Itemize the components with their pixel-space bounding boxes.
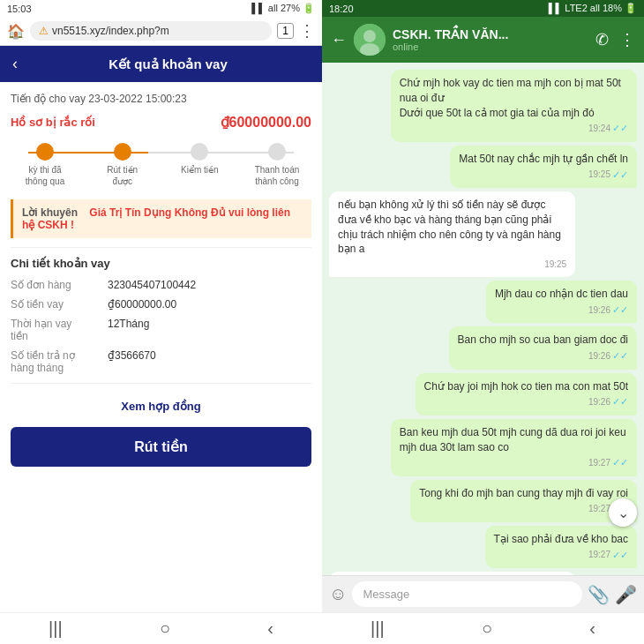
detail-value-4: ₫3566670 <box>108 349 156 374</box>
msg-3: nếu bạn không xử lý thì số tiền này sẽ đ… <box>329 191 575 277</box>
chat-menu-icon[interactable]: ⋮ <box>619 30 635 49</box>
msg-5: Ban cho mjh so cua ban giam doc đi 19:26… <box>449 326 637 369</box>
msg-8-text: Tong khi đo mjh ban cung thay mjh đi vay… <box>419 487 628 499</box>
detail-value-3: 12Tháng <box>108 318 149 342</box>
svg-point-1 <box>363 30 376 42</box>
contact-name: CSKH. TRẦN VĂN... <box>393 27 588 41</box>
left-panel: 15:03 ▌▌ all 27% 🔋 🏠 ⚠ vn5515.xyz/index.… <box>0 0 322 644</box>
section-title: Chi tiết khoản vay <box>11 257 311 270</box>
emoji-button[interactable]: ☺ <box>329 584 347 604</box>
msg-7-time: 19:27✓✓ <box>400 456 628 469</box>
withdraw-button[interactable]: Rút tiền <box>11 427 311 467</box>
msg-1-time: 19:24✓✓ <box>400 122 628 135</box>
chat-wrapper: Chứ mjh hok vay dc tien ma mjh con bị ma… <box>322 63 644 575</box>
nav-header: ‹ Kết quả khoản vay <box>0 46 322 82</box>
detail-row-1: Số đơn hàng 323045407100442 <box>11 279 311 291</box>
msg-8-time: 19:27✓✓ <box>419 503 628 516</box>
nav-back-icon[interactable]: ‹ <box>267 618 273 639</box>
back-button[interactable]: ‹ <box>12 55 18 73</box>
step-1: kỳ thi đãthông qua <box>14 143 76 187</box>
step-label-1: kỳ thi đãthông qua <box>26 164 65 187</box>
message-placeholder: Message <box>363 588 409 601</box>
chat-header-icons: ✆ ⋮ <box>595 30 635 49</box>
contact-avatar <box>354 24 386 56</box>
msg-4-time: 19:26✓✓ <box>495 303 628 317</box>
detail-row-3: Thời hạn vaytiền 12Tháng <box>11 318 311 342</box>
msg-9-text: Tại sao phải đưa về kho bac <box>494 533 628 545</box>
contact-info: CSKH. TRẦN VĂN... online <box>393 27 588 52</box>
chat-back-button[interactable]: ← <box>331 31 347 49</box>
step-label-2: Rút tiềnđược <box>107 164 138 187</box>
tab-count[interactable]: 1 <box>277 23 294 39</box>
msg-6: Chứ bay joi mjh hok co tien ma con mat 5… <box>416 373 637 416</box>
loan-amount: ₫60000000.00 <box>221 114 311 131</box>
msg-9-time: 19:27✓✓ <box>494 549 628 562</box>
msg-1: Chứ mjh hok vay dc tien ma mjh con bị ma… <box>391 70 637 142</box>
divider <box>11 247 311 248</box>
msg-2-text: Mat 50t nay chắc mjh tự gần chết ln <box>459 153 628 165</box>
msg-7: Ban keu mjh dua 50t mjh cung dã dua roi … <box>391 419 637 476</box>
attach-button[interactable]: 📎 <box>588 584 610 605</box>
bottom-nav-left: ||| ○ ‹ <box>0 612 322 644</box>
home-icon[interactable]: 🏠 <box>7 23 25 40</box>
nav-menu-right-icon[interactable]: ||| <box>371 618 385 639</box>
msg-6-text: Chứ bay joi mjh hok co tien ma con mat 5… <box>424 380 628 393</box>
detail-label-3: Thời hạn vaytiền <box>11 318 108 342</box>
nav-home-right-icon[interactable]: ○ <box>482 618 492 639</box>
msg-5-time: 19:26✓✓ <box>458 349 628 363</box>
msg-9: Tại sao phải đưa về kho bac 19:27✓✓ <box>485 526 637 568</box>
advice-box: Lời khuyên Giá Trị Tín Dụng Không Đủ vui… <box>11 199 311 238</box>
right-panel: 18:20 ▌▌ LTE2 all 18% 🔋 ← CSKH. TRẦN VĂN… <box>322 0 644 644</box>
url-bar: 🏠 ⚠ vn5515.xyz/index.php?m 1 ⋮ <box>0 17 322 46</box>
msg-2-time: 19:25✓✓ <box>459 168 628 182</box>
detail-label-1: Số đơn hàng <box>11 279 108 291</box>
status-bar-right: 18:20 ▌▌ LTE2 all 18% 🔋 <box>322 0 644 17</box>
loan-error-row: Hồ sơ bị rắc rối ₫60000000.00 <box>11 114 311 131</box>
bottom-nav-right: ||| ○ ‹ <box>322 612 644 644</box>
detail-value-2: ₫60000000.00 <box>108 298 176 311</box>
msg-4: Mjh dau co nhận dc tien dau 19:26✓✓ <box>486 281 637 323</box>
step-4: Thanh toánthành công <box>246 143 308 187</box>
msg-3-time: 19:25 <box>338 258 566 271</box>
url-field[interactable]: ⚠ vn5515.xyz/index.php?m <box>30 21 272 41</box>
page-title: Kết quả khoản vay <box>26 56 310 72</box>
browser-menu-icon[interactable]: ⋮ <box>299 21 315 41</box>
step-dot-2 <box>114 143 131 161</box>
msg-4-text: Mjh dau co nhận dc tien dau <box>495 288 628 300</box>
msg-10: do bạn không xử lý cho nên phải đưa về k… <box>329 572 575 575</box>
chat-input-bar: ☺ Message 📎 🎤 <box>322 575 644 612</box>
step-dot-3 <box>191 143 208 161</box>
detail-row-2: Số tiền vay ₫60000000.00 <box>11 298 311 311</box>
signal-right: ▌▌ LTE2 all 18% 🔋 <box>549 3 637 14</box>
step-2: Rút tiềnđược <box>92 143 154 187</box>
step-label-4: Thanh toánthành công <box>255 164 300 187</box>
detail-row-4: Số tiền trả nợhàng tháng ₫3566670 <box>11 349 311 374</box>
msg-2: Mat 50t nay chắc mjh tự gần chết ln 19:2… <box>450 146 637 188</box>
step-dot-4 <box>268 143 286 161</box>
signal-left: ▌▌ all 27% 🔋 <box>251 3 315 14</box>
time-right: 18:20 <box>329 4 354 14</box>
mic-button[interactable]: 🎤 <box>615 584 637 605</box>
detail-label-2: Số tiền vay <box>11 298 108 311</box>
call-icon[interactable]: ✆ <box>595 30 609 49</box>
msg-8: Tong khi đo mjh ban cung thay mjh đi vay… <box>410 480 637 522</box>
msg-5-text: Ban cho mjh so cua ban giam doc đi <box>458 333 628 346</box>
nav-home-icon[interactable]: ○ <box>160 618 170 639</box>
scroll-down-button[interactable]: ⌄ <box>609 498 637 527</box>
chat-messages: Chứ mjh hok vay dc tien ma mjh con bị ma… <box>322 63 644 575</box>
time-left: 15:03 <box>7 4 32 14</box>
step-dot-1 <box>36 143 54 161</box>
view-contract-button[interactable]: Xem hợp đồng <box>11 393 311 420</box>
chat-header: ← CSKH. TRẦN VĂN... online ✆ ⋮ <box>322 17 644 63</box>
loan-content: Tiến độ cho vay 23-03-2022 15:00:23 Hồ s… <box>0 82 322 612</box>
divider-2 <box>11 383 311 384</box>
nav-back-right-icon[interactable]: ‹ <box>589 618 595 639</box>
message-input[interactable]: Message <box>352 581 582 607</box>
advice-title: Lời khuyên <box>22 206 78 219</box>
nav-menu-icon[interactable]: ||| <box>49 618 63 639</box>
detail-label-4: Số tiền trả nợhàng tháng <box>11 349 108 374</box>
step-label-3: Kiểm tiền <box>181 164 219 176</box>
contact-status: online <box>393 41 588 52</box>
msg-1-text: Chứ mjh hok vay dc tien ma mjh con bị ma… <box>400 77 621 119</box>
error-label: Hồ sơ bị rắc rối <box>11 116 95 129</box>
